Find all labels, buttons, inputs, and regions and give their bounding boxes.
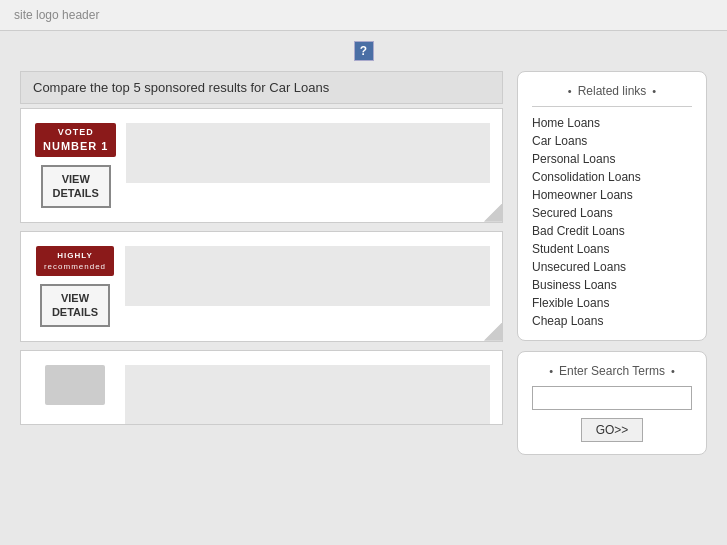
link-consolidation-loans[interactable]: Consolidation Loans — [532, 170, 641, 184]
search-box-title: • Enter Search Terms • — [532, 364, 692, 378]
card-1-left: VOTED Number 1 VIEWDETAILS — [35, 123, 116, 208]
card-3-badge-placeholder — [45, 365, 105, 405]
link-flexible-loans[interactable]: Flexible Loans — [532, 296, 609, 310]
link-business-loans[interactable]: Business Loans — [532, 278, 617, 292]
related-links-divider — [532, 106, 692, 107]
list-item: Car Loans — [532, 133, 692, 148]
list-item: Student Loans — [532, 241, 692, 256]
list-item: Bad Credit Loans — [532, 223, 692, 238]
search-box: • Enter Search Terms • GO>> — [517, 351, 707, 455]
highly-recommended-badge: HIGHLY recommended — [36, 246, 114, 276]
link-car-loans[interactable]: Car Loans — [532, 134, 587, 148]
link-student-loans[interactable]: Student Loans — [532, 242, 609, 256]
link-personal-loans[interactable]: Personal Loans — [532, 152, 615, 166]
link-homeowner-loans[interactable]: Homeowner Loans — [532, 188, 633, 202]
page-curl-2 — [482, 321, 502, 341]
card-2-left: HIGHLY recommended VIEWDETAILS — [35, 246, 115, 327]
search-bullet-right: • — [671, 365, 675, 377]
right-panel: • Related links • Home Loans Car Loans P… — [517, 71, 707, 455]
site-header: site logo header — [0, 0, 727, 31]
link-secured-loans[interactable]: Secured Loans — [532, 206, 613, 220]
title-bullet-left: • — [568, 85, 572, 97]
link-cheap-loans[interactable]: Cheap Loans — [532, 314, 603, 328]
list-item: Personal Loans — [532, 151, 692, 166]
list-item: Secured Loans — [532, 205, 692, 220]
voted-badge: VOTED Number 1 — [35, 123, 116, 157]
view-details-button-2[interactable]: VIEWDETAILS — [40, 284, 110, 327]
search-bullet-left: • — [549, 365, 553, 377]
compare-header: Compare the top 5 sponsored results for … — [20, 71, 503, 104]
search-input[interactable] — [532, 386, 692, 410]
left-panel: Compare the top 5 sponsored results for … — [20, 71, 503, 455]
link-unsecured-loans[interactable]: Unsecured Loans — [532, 260, 626, 274]
card-3-content — [125, 365, 490, 425]
result-card-2: HIGHLY recommended VIEWDETAILS — [20, 231, 503, 342]
content-row: Compare the top 5 sponsored results for … — [0, 71, 727, 455]
site-logo-text: site logo header — [14, 8, 99, 22]
list-item: Unsecured Loans — [532, 259, 692, 274]
list-item: Home Loans — [532, 115, 692, 130]
list-item: Flexible Loans — [532, 295, 692, 310]
list-item: Homeowner Loans — [532, 187, 692, 202]
card-2-content — [125, 246, 490, 306]
main-area: ? Compare the top 5 sponsored results fo… — [0, 31, 727, 465]
related-links-list: Home Loans Car Loans Personal Loans Cons… — [532, 115, 692, 328]
result-card-1: VOTED Number 1 VIEWDETAILS — [20, 108, 503, 223]
image-placeholder: ? — [354, 41, 374, 61]
list-item: Consolidation Loans — [532, 169, 692, 184]
link-bad-credit-loans[interactable]: Bad Credit Loans — [532, 224, 625, 238]
list-item: Cheap Loans — [532, 313, 692, 328]
card-3-left — [35, 365, 115, 405]
list-item: Business Loans — [532, 277, 692, 292]
related-links-box: • Related links • Home Loans Car Loans P… — [517, 71, 707, 341]
card-1-content — [126, 123, 490, 183]
view-details-button-1[interactable]: VIEWDETAILS — [41, 165, 111, 208]
link-home-loans[interactable]: Home Loans — [532, 116, 600, 130]
related-links-title: • Related links • — [532, 84, 692, 98]
page-curl-1 — [482, 202, 502, 222]
result-card-3 — [20, 350, 503, 425]
go-button[interactable]: GO>> — [581, 418, 644, 442]
question-mark-icon: ? — [360, 44, 367, 58]
title-bullet-right: • — [652, 85, 656, 97]
